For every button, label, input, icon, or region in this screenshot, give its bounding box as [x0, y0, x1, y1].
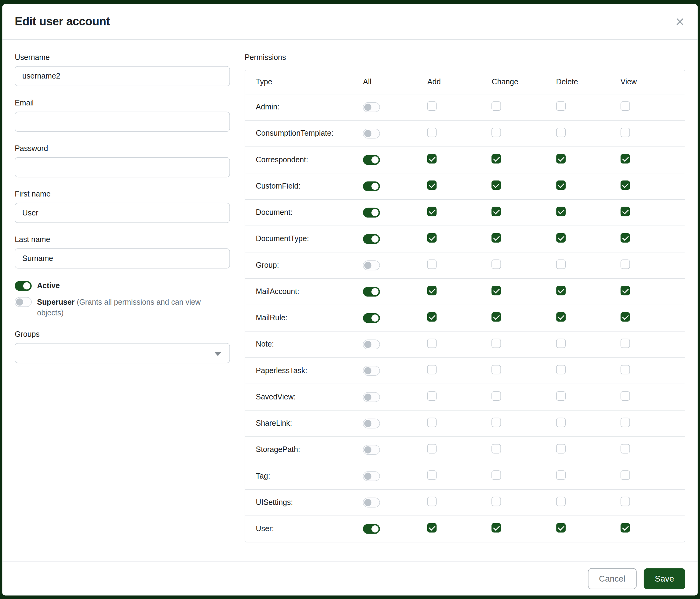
first-name-field[interactable] [15, 203, 230, 223]
permission-add-checkbox[interactable] [427, 207, 437, 216]
password-field[interactable] [15, 158, 230, 177]
permission-all-toggle[interactable] [363, 208, 380, 218]
permission-delete-checkbox[interactable] [556, 418, 566, 427]
superuser-toggle[interactable] [15, 297, 32, 307]
permission-view-checkbox[interactable] [621, 418, 630, 427]
permission-delete-checkbox[interactable] [556, 286, 566, 295]
permission-type-label: StoragePath: [245, 445, 363, 454]
permission-add-checkbox[interactable] [427, 339, 437, 348]
permission-add-checkbox[interactable] [427, 286, 437, 295]
permission-view-checkbox[interactable] [621, 154, 630, 164]
cancel-button[interactable]: Cancel [588, 568, 636, 589]
permission-delete-checkbox[interactable] [556, 470, 566, 480]
permission-add-checkbox[interactable] [427, 101, 437, 111]
permission-add-checkbox[interactable] [427, 260, 437, 269]
permission-add-checkbox[interactable] [427, 444, 437, 454]
permission-view-checkbox[interactable] [621, 339, 630, 348]
permission-view-checkbox[interactable] [621, 444, 630, 454]
permission-add-checkbox[interactable] [427, 128, 437, 137]
permission-delete-checkbox[interactable] [556, 128, 566, 137]
email-field[interactable] [15, 112, 230, 132]
permission-change-checkbox[interactable] [492, 391, 501, 401]
groups-select[interactable] [15, 343, 230, 363]
permission-view-checkbox[interactable] [621, 233, 630, 243]
active-toggle[interactable] [15, 281, 32, 291]
permission-delete-checkbox[interactable] [556, 181, 566, 190]
permission-delete-checkbox[interactable] [556, 154, 566, 164]
permission-all-toggle[interactable] [363, 313, 380, 323]
permission-add-checkbox[interactable] [427, 154, 437, 164]
permission-change-checkbox[interactable] [492, 233, 501, 243]
permission-view-checkbox[interactable] [621, 470, 630, 480]
permission-delete-checkbox[interactable] [556, 497, 566, 506]
permission-all-toggle[interactable] [363, 129, 380, 139]
permission-all-toggle[interactable] [363, 524, 380, 534]
permission-change-checkbox[interactable] [492, 101, 501, 111]
permission-change-checkbox[interactable] [492, 339, 501, 348]
permission-delete-checkbox[interactable] [556, 233, 566, 243]
permission-add-checkbox[interactable] [427, 233, 437, 243]
groups-group: Groups [15, 330, 230, 363]
permission-change-checkbox[interactable] [492, 470, 501, 480]
close-icon[interactable]: × [675, 16, 685, 28]
permission-delete-checkbox[interactable] [556, 339, 566, 348]
permission-delete-checkbox[interactable] [556, 260, 566, 269]
permission-all-toggle[interactable] [363, 419, 380, 429]
permission-all-toggle[interactable] [363, 287, 380, 296]
last-name-field[interactable] [15, 248, 230, 269]
permission-change-checkbox[interactable] [492, 365, 501, 375]
permission-all-toggle[interactable] [363, 234, 380, 244]
permission-delete-checkbox[interactable] [556, 365, 566, 375]
groups-label: Groups [15, 330, 230, 339]
permission-view-checkbox[interactable] [621, 207, 630, 216]
permission-add-checkbox[interactable] [427, 523, 437, 533]
permission-all-toggle[interactable] [363, 366, 380, 376]
permission-add-checkbox[interactable] [427, 312, 437, 322]
permission-view-checkbox[interactable] [621, 523, 630, 533]
permission-view-checkbox[interactable] [621, 181, 630, 190]
permission-delete-checkbox[interactable] [556, 207, 566, 216]
permission-view-checkbox[interactable] [621, 286, 630, 295]
permission-add-checkbox[interactable] [427, 181, 437, 190]
permission-add-checkbox[interactable] [427, 418, 437, 427]
permission-change-checkbox[interactable] [492, 207, 501, 216]
permission-all-toggle[interactable] [363, 445, 380, 455]
permission-all-toggle[interactable] [363, 339, 380, 349]
permission-add-checkbox[interactable] [427, 497, 437, 506]
permission-change-checkbox[interactable] [492, 523, 501, 533]
permission-all-toggle[interactable] [363, 471, 380, 481]
permission-change-checkbox[interactable] [492, 312, 501, 322]
permission-view-checkbox[interactable] [621, 101, 630, 111]
permission-change-checkbox[interactable] [492, 444, 501, 454]
permission-change-checkbox[interactable] [492, 154, 501, 164]
permission-change-checkbox[interactable] [492, 128, 501, 137]
permission-change-checkbox[interactable] [492, 181, 501, 190]
permission-all-toggle[interactable] [363, 392, 380, 402]
permission-change-checkbox[interactable] [492, 418, 501, 427]
permission-delete-checkbox[interactable] [556, 101, 566, 111]
permission-change-checkbox[interactable] [492, 260, 501, 269]
permission-delete-checkbox[interactable] [556, 523, 566, 533]
permission-all-toggle[interactable] [363, 181, 380, 191]
permission-all-toggle[interactable] [363, 498, 380, 507]
permission-all-toggle[interactable] [363, 260, 380, 270]
permission-add-checkbox[interactable] [427, 391, 437, 401]
permission-delete-checkbox[interactable] [556, 391, 566, 401]
permission-view-checkbox[interactable] [621, 312, 630, 322]
permission-view-checkbox[interactable] [621, 128, 630, 137]
permission-view-checkbox[interactable] [621, 497, 630, 506]
permission-change-checkbox[interactable] [492, 286, 501, 295]
permission-delete-checkbox[interactable] [556, 444, 566, 454]
permission-all-toggle[interactable] [363, 102, 380, 112]
permission-all-toggle[interactable] [363, 155, 380, 165]
permission-delete-checkbox[interactable] [556, 312, 566, 322]
permission-add-checkbox[interactable] [427, 365, 437, 375]
permission-row: User: [245, 516, 685, 542]
permission-change-checkbox[interactable] [492, 497, 501, 506]
permission-view-checkbox[interactable] [621, 365, 630, 375]
username-input[interactable] [15, 66, 230, 86]
save-button[interactable]: Save [644, 568, 685, 589]
permission-add-checkbox[interactable] [427, 470, 437, 480]
permission-view-checkbox[interactable] [621, 260, 630, 269]
permission-view-checkbox[interactable] [621, 391, 630, 401]
